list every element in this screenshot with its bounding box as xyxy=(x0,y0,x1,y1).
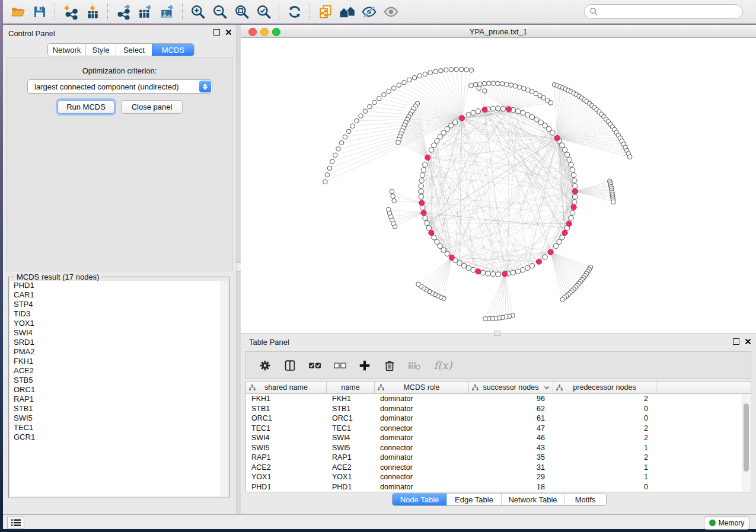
table-cell[interactable]: TEC1 xyxy=(327,424,375,434)
table-cell[interactable]: 0 xyxy=(553,404,656,414)
network-node[interactable] xyxy=(407,78,412,82)
network-node[interactable] xyxy=(564,152,569,157)
float-panel-icon[interactable] xyxy=(213,29,220,36)
close-panel-button[interactable]: Close panel xyxy=(121,100,183,114)
mcds-result-item[interactable]: SWI4 xyxy=(10,328,228,338)
network-node[interactable] xyxy=(325,172,330,177)
zoom-fit-button[interactable] xyxy=(231,2,253,22)
show-all-button[interactable] xyxy=(380,2,402,22)
dominator-node[interactable] xyxy=(425,155,430,160)
table-cell[interactable]: connector xyxy=(375,463,469,473)
close-panel-icon[interactable] xyxy=(745,338,751,345)
network-node[interactable] xyxy=(327,166,332,171)
network-node[interactable] xyxy=(419,194,423,199)
column-header-predecessor-nodes[interactable]: predecessor nodes xyxy=(553,382,656,393)
table-row[interactable]: SWI4SWI4dominator462 xyxy=(246,433,751,443)
network-node[interactable] xyxy=(402,80,407,85)
deselect-all-button[interactable] xyxy=(331,357,348,374)
column-header-successor-nodes[interactable]: successor nodes xyxy=(469,382,553,393)
table-cell[interactable]: 1 xyxy=(553,472,656,482)
network-node[interactable] xyxy=(480,270,485,275)
table-row[interactable]: TEC1TEC1connector472 xyxy=(246,424,751,434)
network-node[interactable] xyxy=(336,147,341,152)
network-node[interactable] xyxy=(391,194,395,198)
network-node[interactable] xyxy=(419,178,424,183)
network-node[interactable] xyxy=(423,216,428,220)
save-button[interactable] xyxy=(28,2,50,22)
network-node[interactable] xyxy=(457,261,462,265)
table-cell[interactable]: 0 xyxy=(553,482,656,492)
dominator-node[interactable] xyxy=(536,259,541,264)
network-node[interactable] xyxy=(511,270,515,275)
table-cell[interactable]: 96 xyxy=(469,394,553,404)
network-node[interactable] xyxy=(382,92,387,97)
table-cell[interactable]: 18 xyxy=(469,482,553,492)
network-node[interactable] xyxy=(522,86,527,91)
table-cell[interactable]: 62 xyxy=(469,404,553,414)
table-row[interactable]: YOX1YOX1connector291 xyxy=(246,472,751,482)
mcds-result-item[interactable]: CAR1 xyxy=(10,290,228,300)
table-row[interactable]: RAP1RAP1dominator352 xyxy=(246,453,751,463)
table-cell[interactable]: 2 xyxy=(553,394,656,404)
mcds-result-item[interactable]: ORC1 xyxy=(10,385,228,395)
columns-button[interactable] xyxy=(282,357,298,374)
network-node[interactable] xyxy=(466,265,471,270)
network-node[interactable] xyxy=(500,106,505,111)
network-node[interactable] xyxy=(569,216,573,220)
mcds-result-item[interactable]: FKH1 xyxy=(10,357,228,366)
network-node[interactable] xyxy=(441,130,446,135)
table-cell[interactable]: 1 xyxy=(553,443,656,453)
network-node[interactable] xyxy=(562,148,567,152)
network-node[interactable] xyxy=(346,129,351,134)
network-node[interactable] xyxy=(611,200,615,204)
dominator-node[interactable] xyxy=(476,269,481,274)
network-node[interactable] xyxy=(425,220,429,225)
network-node[interactable] xyxy=(567,157,572,162)
table-cell[interactable]: dominator xyxy=(375,453,469,463)
column-header-name[interactable]: name xyxy=(327,382,375,393)
network-node[interactable] xyxy=(449,68,454,72)
table-cell[interactable]: dominator xyxy=(375,433,469,443)
network-node[interactable] xyxy=(569,162,573,167)
table-cell[interactable]: 46 xyxy=(469,433,553,443)
table-cell[interactable]: 2 xyxy=(553,424,656,434)
dominator-node[interactable] xyxy=(502,271,508,277)
network-node[interactable] xyxy=(420,172,425,177)
network-node[interactable] xyxy=(525,265,530,270)
table-cell[interactable]: connector xyxy=(375,443,469,453)
network-node[interactable] xyxy=(476,109,480,114)
dominator-node[interactable] xyxy=(449,255,454,260)
mcds-result-list[interactable]: PHD1CAR1STP4TID3YOX1SWI4SRD1PMA2FKH1ACE2… xyxy=(10,281,228,496)
network-node[interactable] xyxy=(421,168,426,172)
network-node[interactable] xyxy=(444,68,448,72)
tab-select[interactable]: Select xyxy=(116,44,152,56)
table-row[interactable]: STB1STB1dominator620 xyxy=(246,404,751,414)
refresh-layout-button[interactable] xyxy=(283,2,305,22)
table-cell[interactable]: ORC1 xyxy=(327,414,375,424)
open-file-button[interactable] xyxy=(7,2,28,22)
clone-network-button[interactable] xyxy=(314,2,336,22)
mcds-result-item[interactable]: SWI5 xyxy=(10,414,228,423)
network-node[interactable] xyxy=(363,109,368,114)
network-node[interactable] xyxy=(419,189,423,194)
network-node[interactable] xyxy=(372,100,377,105)
mcds-result-item[interactable]: PHD1 xyxy=(10,281,228,290)
network-node[interactable] xyxy=(350,124,355,129)
table-cell[interactable]: SWI4 xyxy=(246,433,327,443)
network-node[interactable] xyxy=(560,297,565,302)
dominator-node[interactable] xyxy=(459,116,464,121)
table-cell[interactable]: SWI5 xyxy=(327,443,375,453)
network-node[interactable] xyxy=(509,83,513,88)
dominator-node[interactable] xyxy=(421,210,426,216)
tab-network-table[interactable]: Network Table xyxy=(501,493,564,505)
network-node[interactable] xyxy=(419,184,423,188)
network-node[interactable] xyxy=(627,155,632,159)
table-cell[interactable]: 29 xyxy=(469,472,553,482)
network-node[interactable] xyxy=(438,243,442,248)
network-node[interactable] xyxy=(323,180,328,184)
network-node[interactable] xyxy=(487,81,492,86)
dominator-node[interactable] xyxy=(571,204,576,210)
network-node[interactable] xyxy=(343,134,347,139)
network-node[interactable] xyxy=(490,272,495,277)
network-node[interactable] xyxy=(428,70,433,75)
